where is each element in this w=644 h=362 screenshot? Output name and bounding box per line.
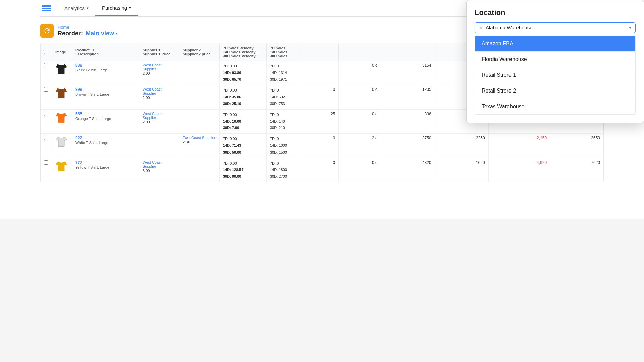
col8-cell: 1620	[435, 158, 488, 182]
supplier1-price: 2.00	[143, 120, 150, 124]
svg-rect-1	[42, 8, 51, 9]
col-sales: 7D Sales 14D Sales 30D Sales	[267, 43, 300, 61]
sales-cell: 7D: 014D: 180030D: 2700	[267, 158, 300, 182]
product-image	[55, 112, 67, 124]
col7-cell: 3750	[381, 134, 435, 158]
col-extra1	[300, 43, 339, 61]
main-nav: Analytics ▾ Purchasing ▾	[58, 0, 138, 16]
location-search-box[interactable]: ✕ ▾	[475, 22, 636, 33]
row-checkbox-cell[interactable]	[41, 109, 52, 133]
supplier2-link[interactable]: East Coast Supplier	[183, 136, 216, 140]
product-id-cell: 888 Black T-Shirt, Large	[72, 61, 139, 85]
location-dropdown-icon[interactable]: ▾	[629, 25, 631, 31]
col-supplier1: Supplier 1 Supplier 1 Price	[139, 43, 179, 61]
row-checkbox-4[interactable]	[44, 160, 48, 165]
analytics-chevron-icon: ▾	[87, 6, 89, 10]
location-options-list: Amazon FBAFlordia WarehouseRetail Strore…	[475, 36, 636, 115]
col9-cell: -2,150	[488, 134, 550, 158]
product-id-cell: 777 Yellow T-Shirt, Large	[72, 158, 139, 182]
analytics-tab[interactable]: Analytics ▾	[58, 0, 95, 16]
sales-cell: 7D: 014D: 50230D: 753	[267, 85, 300, 109]
col7-cell: 3154	[381, 61, 435, 85]
product-id[interactable]: 222	[75, 136, 136, 140]
product-image-cell	[52, 158, 72, 182]
table-row: 222 White T-Shirt, Large East Coast Supp…	[41, 134, 603, 158]
product-image-cell	[52, 61, 72, 85]
col-extra3	[381, 43, 435, 61]
supplier1-cell: West Coast Supplier3.00	[139, 158, 179, 182]
location-option-1[interactable]: Flordia Warehouse	[475, 51, 635, 67]
col-velocity: 7D Sales Velocity 14D Sales Velocity 30D…	[220, 43, 267, 61]
col5-cell: 0	[300, 134, 339, 158]
product-image-cell	[52, 134, 72, 158]
svg-rect-0	[42, 5, 51, 7]
product-desc: Black T-Shirt, Large	[75, 68, 108, 72]
reorder-icon	[40, 24, 54, 38]
supplier2-price: 2.30	[183, 140, 190, 144]
row-checkbox-cell[interactable]	[41, 61, 52, 85]
page-title: Reorder: Main view ▾	[58, 30, 117, 37]
product-desc: Yellow T-Shirt, Large	[75, 165, 109, 169]
row-checkbox-2[interactable]	[44, 112, 48, 116]
app-logo	[40, 2, 52, 14]
product-id[interactable]: 555	[75, 112, 136, 116]
location-option-4[interactable]: Texas Warehouse	[475, 99, 635, 114]
product-id-cell: 222 White T-Shirt, Large	[72, 134, 139, 158]
product-image-cell	[52, 109, 72, 133]
supplier1-price: 2.00	[143, 96, 150, 100]
col5-cell	[300, 61, 339, 85]
col7-cell: 336	[381, 109, 435, 133]
select-all-checkbox[interactable]	[44, 50, 48, 54]
product-id[interactable]: 999	[75, 87, 136, 92]
product-id[interactable]: 777	[75, 160, 136, 165]
col-extra2	[339, 43, 381, 61]
product-desc: White T-Shirt, Large	[75, 141, 108, 145]
col-image: Image	[52, 43, 72, 61]
sales-cell: 7D: 014D: 131430D: 1971	[267, 61, 300, 85]
location-search-input[interactable]	[486, 25, 629, 31]
supplier1-link[interactable]: West Coast Supplier	[143, 63, 176, 71]
view-dropdown-icon: ▾	[115, 31, 117, 36]
col7-cell: 1205	[381, 85, 435, 109]
location-option-0[interactable]: Amazon FBA	[475, 36, 635, 51]
supplier1-link[interactable]: West Coast Supplier	[143, 112, 176, 120]
col6-cell: 0 d	[339, 158, 381, 182]
product-desc: Brown T-Shirt, Large	[75, 92, 109, 96]
product-id[interactable]: 888	[75, 63, 136, 68]
location-option-2[interactable]: Retail Strore 1	[475, 67, 635, 83]
velocity-cell: 7D: 0.00 14D: 10.00 30D: 7.00	[220, 109, 267, 133]
supplier1-price: 2.00	[143, 71, 150, 75]
row-checkbox-3[interactable]	[44, 136, 48, 140]
col6-cell: 0 d	[339, 85, 381, 109]
supplier1-cell: West Coast Supplier2.00	[139, 85, 179, 109]
supplier2-cell	[179, 85, 220, 109]
home-link[interactable]: Home	[58, 25, 117, 30]
col-supplier2: Supplier 2 Supplier 2 price	[179, 43, 220, 61]
supplier1-cell: West Coast Supplier2.00	[139, 109, 179, 133]
sales-cell: 7D: 014D: 100030D: 1500	[267, 134, 300, 158]
location-clear-icon[interactable]: ✕	[479, 25, 483, 31]
supplier1-link[interactable]: West Coast Supplier	[143, 87, 176, 95]
product-desc: Orange T-Shirt, Large	[75, 117, 111, 121]
view-selector[interactable]: Main view ▾	[86, 30, 117, 37]
location-title: Location	[475, 8, 636, 17]
row-checkbox-0[interactable]	[44, 63, 48, 67]
row-checkbox-1[interactable]	[44, 87, 48, 92]
breadcrumb-text: Home Reorder: Main view ▾	[58, 25, 117, 37]
supplier2-cell: East Coast Supplier2.30	[179, 134, 220, 158]
supplier1-link[interactable]: West Coast Supplier	[143, 160, 176, 168]
purchasing-tab[interactable]: Purchasing ▾	[95, 0, 138, 16]
svg-rect-2	[42, 10, 51, 11]
row-checkbox-cell[interactable]	[41, 85, 52, 109]
col6-cell: 0 d	[339, 61, 381, 85]
row-checkbox-cell[interactable]	[41, 134, 52, 158]
col8-cell: 2250	[435, 134, 488, 158]
sales-cell: 7D: 014D: 14030D: 210	[267, 109, 300, 133]
location-option-3[interactable]: Retail Strore 2	[475, 83, 635, 99]
supplier1-cell	[139, 134, 179, 158]
supplier2-cell	[179, 158, 220, 182]
table-row: 777 Yellow T-Shirt, Large West Coast Sup…	[41, 158, 603, 182]
location-dropdown: Location ✕ ▾ Amazon FBAFlordia Warehouse…	[466, 0, 644, 123]
col6-cell: 0 d	[339, 109, 381, 133]
row-checkbox-cell[interactable]	[41, 158, 52, 182]
